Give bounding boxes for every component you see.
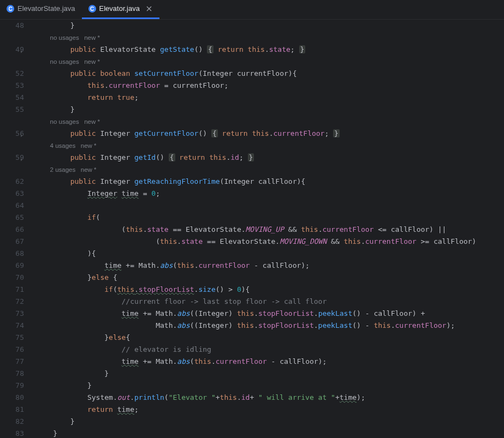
line-number xyxy=(0,140,24,152)
inlay-hint[interactable]: 2 usages new * xyxy=(36,166,97,173)
code-line[interactable]: no usages new * xyxy=(36,116,504,128)
inlay-hint[interactable]: no usages new * xyxy=(36,34,100,41)
code-line[interactable]: // elevator is idling xyxy=(36,344,504,356)
line-number: 67 xyxy=(0,236,24,248)
line-number: 77 xyxy=(0,356,24,368)
line-number: 62 xyxy=(0,176,24,188)
line-number: 72 xyxy=(0,296,24,308)
line-number: 52 xyxy=(0,68,24,80)
code-editor[interactable]: 4849›5253545556›59›626364656667686970717… xyxy=(0,20,504,438)
line-number: 83 xyxy=(0,428,24,438)
code-line[interactable]: //current floor -> last stop floor -> ca… xyxy=(36,296,504,308)
line-number: 64 xyxy=(0,200,24,212)
line-number: 48 xyxy=(0,20,24,32)
code-line[interactable]: } xyxy=(36,416,504,428)
code-area[interactable]: } no usages new * public ElevatorState g… xyxy=(34,20,504,438)
code-line[interactable]: } xyxy=(36,368,504,380)
line-number: 71 xyxy=(0,284,24,296)
code-line[interactable]: no usages new * xyxy=(36,32,504,44)
inlay-hint[interactable]: no usages new * xyxy=(36,58,100,65)
class-icon: C xyxy=(88,5,96,13)
inlay-hint[interactable]: no usages new * xyxy=(36,118,100,125)
code-line[interactable]: public Integer getId() { return this.id;… xyxy=(36,152,504,164)
line-number: 81 xyxy=(0,404,24,416)
line-number: 73 xyxy=(0,308,24,320)
line-number: 74 xyxy=(0,320,24,332)
code-line[interactable]: } xyxy=(36,380,504,392)
line-number: 49› xyxy=(0,44,24,56)
line-number: 75 xyxy=(0,332,24,344)
tab-elevator[interactable]: C Elevator.java xyxy=(82,0,159,19)
code-line[interactable]: time += Math.abs(this.currentFloor - cal… xyxy=(36,356,504,368)
close-icon[interactable] xyxy=(145,5,153,13)
editor-tabs: C ElevatorState.java C Elevator.java xyxy=(0,0,504,20)
code-line[interactable]: if(this.stopFloorList.size() > 0){ xyxy=(36,284,504,296)
line-number: 78 xyxy=(0,368,24,380)
code-line[interactable]: } xyxy=(36,20,504,32)
line-gutter: 4849›5253545556›59›626364656667686970717… xyxy=(0,20,34,438)
code-line[interactable] xyxy=(36,200,504,212)
code-line[interactable]: 2 usages new * xyxy=(36,164,504,176)
code-line[interactable]: ){ xyxy=(36,248,504,260)
line-number: 66 xyxy=(0,224,24,236)
tab-label: Elevator.java xyxy=(99,3,140,14)
line-number: 76 xyxy=(0,344,24,356)
line-number: 55 xyxy=(0,104,24,116)
code-line[interactable]: }else { xyxy=(36,272,504,284)
code-line[interactable]: Math.abs((Integer) this.stopFloorList.pe… xyxy=(36,320,504,332)
tab-label: ElevatorState.java xyxy=(17,3,75,14)
line-number: 63 xyxy=(0,188,24,200)
code-line[interactable]: }else{ xyxy=(36,332,504,344)
code-line[interactable]: time += Math.abs((Integer) this.stopFloo… xyxy=(36,308,504,320)
code-line[interactable]: Integer time = 0; xyxy=(36,188,504,200)
line-number: 53 xyxy=(0,80,24,92)
line-number: 59› xyxy=(0,152,24,164)
code-line[interactable]: return time; xyxy=(36,404,504,416)
line-number xyxy=(0,56,24,68)
code-line[interactable]: (this.state == ElevatorState.MOVING_UP &… xyxy=(36,224,504,236)
line-number: 56› xyxy=(0,128,24,140)
code-line[interactable]: public boolean setCurrentFloor(Integer c… xyxy=(36,68,504,80)
code-line[interactable]: no usages new * xyxy=(36,56,504,68)
line-number: 68 xyxy=(0,248,24,260)
line-number: 79 xyxy=(0,380,24,392)
code-line[interactable]: public ElevatorState getState() { return… xyxy=(36,44,504,56)
code-line[interactable]: this.currentFloor = currentFloor; xyxy=(36,80,504,92)
code-line[interactable]: System.out.println("Elevator "+this.id+ … xyxy=(36,392,504,404)
code-line[interactable]: return true; xyxy=(36,92,504,104)
line-number: 82 xyxy=(0,416,24,428)
line-number: 70 xyxy=(0,272,24,284)
line-number xyxy=(0,32,24,44)
line-number: 54 xyxy=(0,92,24,104)
class-icon: C xyxy=(7,5,14,13)
line-number: 65 xyxy=(0,212,24,224)
code-line[interactable]: (this.state == ElevatorState.MOVING_DOWN… xyxy=(36,236,504,248)
inlay-hint[interactable]: 4 usages new * xyxy=(36,142,97,149)
line-number xyxy=(0,164,24,176)
code-line[interactable]: } xyxy=(36,104,504,116)
line-number xyxy=(0,116,24,128)
code-line[interactable]: } xyxy=(36,428,504,438)
line-number: 80 xyxy=(0,392,24,404)
tab-elevatorstate[interactable]: C ElevatorState.java xyxy=(0,0,82,19)
code-line[interactable]: public Integer getCurrentFloor() { retur… xyxy=(36,128,504,140)
code-line[interactable]: public Integer getReachingFloorTime(Inte… xyxy=(36,176,504,188)
code-line[interactable]: if( xyxy=(36,212,504,224)
code-line[interactable]: time += Math.abs(this.currentFloor - cal… xyxy=(36,260,504,272)
line-number: 69 xyxy=(0,260,24,272)
code-line[interactable]: 4 usages new * xyxy=(36,140,504,152)
